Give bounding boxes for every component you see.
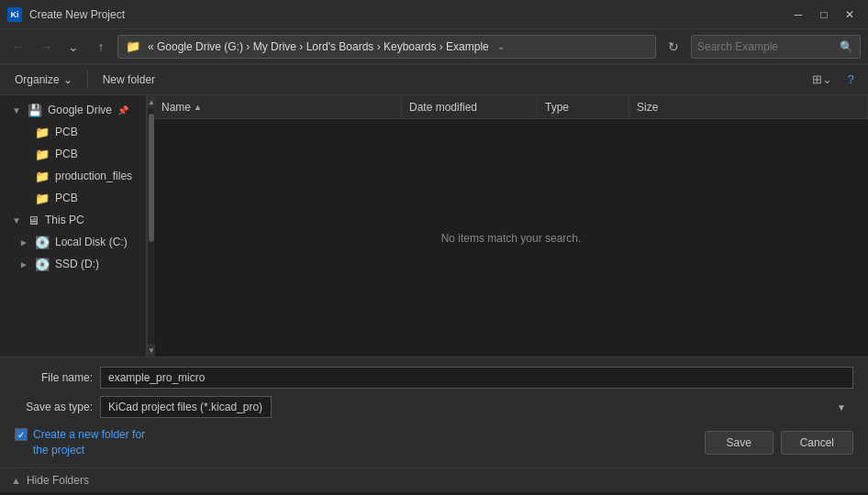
ssd-icon: 💽 bbox=[35, 258, 50, 271]
sidebar-scrollbar[interactable]: ▲ ▼ bbox=[147, 95, 154, 357]
view-dropdown-icon: ⌄ bbox=[822, 72, 832, 86]
dropdown-button[interactable]: ⌄ bbox=[62, 36, 84, 58]
scrollbar-thumb[interactable] bbox=[149, 114, 154, 242]
expand-icon: ▼ bbox=[11, 215, 22, 226]
file-list-header: Name ▲ Date modified Type Size bbox=[154, 95, 868, 119]
sidebar-item-label: PCB bbox=[55, 192, 78, 204]
title-bar-left: Ki Create New Project bbox=[7, 7, 125, 22]
col-type-label: Type bbox=[545, 101, 569, 114]
col-name-label: Name bbox=[161, 101, 191, 114]
minimize-button[interactable]: ─ bbox=[787, 6, 809, 24]
view-mode-button[interactable]: ⊞ ⌄ bbox=[807, 70, 837, 89]
toolbar-right: ⊞ ⌄ ? bbox=[807, 70, 861, 90]
sidebar-item-google-drive[interactable]: ▼ 💾 Google Drive 📌 bbox=[0, 99, 146, 121]
sidebar-item-pcb-1[interactable]: 📁 PCB bbox=[0, 121, 146, 143]
checkbox-label: Create a new folder forthe project bbox=[33, 427, 145, 458]
folder-icon: 📁 bbox=[35, 148, 50, 161]
window-controls[interactable]: ─ □ ✕ bbox=[787, 6, 861, 24]
search-input[interactable] bbox=[697, 40, 840, 53]
create-folder-checkbox[interactable]: ✓ bbox=[15, 428, 28, 441]
folder-icon: 📁 bbox=[35, 170, 50, 183]
savetype-label: Save as type: bbox=[15, 401, 93, 413]
savetype-select[interactable]: KiCad project files (*.kicad_pro) bbox=[100, 396, 272, 418]
sidebar-item-this-pc[interactable]: ▼ 🖥 This PC bbox=[0, 209, 146, 231]
toolbar: Organize ⌄ New folder ⊞ ⌄ ? bbox=[0, 64, 868, 95]
refresh-button[interactable]: ↻ bbox=[662, 35, 685, 59]
select-arrow-icon: ▼ bbox=[837, 402, 846, 412]
app-icon: Ki bbox=[7, 7, 22, 22]
sidebar-item-pcb-3[interactable]: 📁 PCB bbox=[0, 187, 146, 209]
expand-arrow: ► bbox=[18, 259, 29, 270]
title-bar: Ki Create New Project ─ □ ✕ bbox=[0, 0, 868, 29]
action-buttons: Save Cancel bbox=[705, 431, 853, 455]
checkbox-row[interactable]: ✓ Create a new folder forthe project bbox=[15, 427, 145, 458]
savetype-row: Save as type: KiCad project files (*.kic… bbox=[15, 396, 853, 418]
column-type[interactable]: Type bbox=[538, 95, 629, 118]
pc-icon: 🖥 bbox=[28, 214, 39, 227]
up-button[interactable]: ↑ bbox=[90, 36, 112, 58]
sidebar-item-label: This PC bbox=[45, 214, 84, 226]
help-button[interactable]: ? bbox=[840, 70, 861, 90]
breadcrumb-text: « Google Drive (G:) › My Drive › Lord's … bbox=[148, 40, 489, 53]
breadcrumb[interactable]: 📁 « Google Drive (G:) › My Drive › Lord'… bbox=[117, 35, 656, 59]
toolbar-separator bbox=[87, 71, 88, 89]
sidebar-item-pcb-2[interactable]: 📁 PCB bbox=[0, 143, 146, 165]
filename-input[interactable] bbox=[100, 367, 853, 389]
expand-arrow: ► bbox=[18, 237, 29, 248]
empty-message: No items match your search. bbox=[441, 232, 582, 245]
column-date[interactable]: Date modified bbox=[402, 95, 538, 118]
sidebar-item-label: PCB bbox=[55, 148, 78, 160]
sidebar-item-label: Local Disk (C:) bbox=[55, 236, 128, 248]
search-icon: 🔍 bbox=[840, 40, 853, 53]
sidebar-item-label: Google Drive bbox=[48, 104, 112, 116]
back-button[interactable]: ← bbox=[7, 36, 29, 58]
sidebar: ▼ 💾 Google Drive 📌 📁 PCB 📁 PCB 📁 product… bbox=[0, 95, 147, 357]
checkmark-icon: ✓ bbox=[17, 430, 25, 440]
hide-folders-label[interactable]: Hide Folders bbox=[27, 474, 89, 487]
sidebar-item-production-files[interactable]: 📁 production_files bbox=[0, 165, 146, 187]
sidebar-item-label: production_files bbox=[55, 170, 132, 182]
column-name[interactable]: Name ▲ bbox=[154, 95, 402, 118]
new-folder-label: New folder bbox=[103, 73, 155, 86]
maximize-button[interactable]: □ bbox=[813, 6, 835, 24]
expand-icon: ▼ bbox=[11, 105, 22, 116]
bottom-section: File name: Save as type: KiCad project f… bbox=[0, 357, 868, 468]
filename-label: File name: bbox=[15, 371, 93, 384]
disk-icon: 💽 bbox=[35, 236, 50, 249]
sidebar-item-local-disk[interactable]: ► 💽 Local Disk (C:) bbox=[0, 231, 146, 253]
view-icon: ⊞ bbox=[812, 72, 822, 86]
scroll-up-arrow[interactable]: ▲ bbox=[148, 95, 155, 108]
folder-icon: 📁 bbox=[35, 126, 50, 139]
save-button[interactable]: Save bbox=[705, 431, 773, 455]
hide-folders-row[interactable]: ▲ Hide Folders bbox=[0, 468, 868, 492]
main-content: ▼ 💾 Google Drive 📌 📁 PCB 📁 PCB 📁 product… bbox=[0, 95, 868, 357]
new-folder-button[interactable]: New folder bbox=[95, 71, 162, 89]
hide-folders-icon: ▲ bbox=[11, 475, 21, 486]
cancel-button[interactable]: Cancel bbox=[781, 431, 853, 455]
breadcrumb-folder-icon: 📁 bbox=[126, 39, 140, 53]
breadcrumb-dropdown-button[interactable]: ⌄ bbox=[493, 37, 509, 57]
file-list: Name ▲ Date modified Type Size No items … bbox=[154, 95, 868, 357]
sidebar-item-label: PCB bbox=[55, 126, 78, 138]
sort-arrow: ▲ bbox=[194, 103, 202, 112]
filename-row: File name: bbox=[15, 367, 853, 389]
sidebar-item-label: SSD (D:) bbox=[55, 258, 99, 270]
sidebar-item-ssd-d[interactable]: ► 💽 SSD (D:) bbox=[0, 253, 146, 275]
drive-icon: 💾 bbox=[28, 104, 42, 117]
organize-button[interactable]: Organize ⌄ bbox=[7, 71, 80, 89]
folder-icon: 📁 bbox=[35, 192, 50, 205]
forward-button[interactable]: → bbox=[35, 36, 57, 58]
window-title: Create New Project bbox=[29, 8, 125, 21]
search-box[interactable]: 🔍 bbox=[691, 35, 861, 59]
close-button[interactable]: ✕ bbox=[839, 6, 861, 24]
col-date-label: Date modified bbox=[409, 101, 477, 114]
column-size[interactable]: Size bbox=[629, 95, 868, 118]
address-bar: ← → ⌄ ↑ 📁 « Google Drive (G:) › My Drive… bbox=[0, 29, 868, 64]
scroll-down-arrow[interactable]: ▼ bbox=[148, 344, 155, 357]
pin-icon: 📌 bbox=[117, 105, 128, 116]
action-row: ✓ Create a new folder forthe project Sav… bbox=[15, 427, 853, 458]
savetype-wrapper: KiCad project files (*.kicad_pro) ▼ bbox=[100, 396, 853, 418]
file-list-content: No items match your search. bbox=[154, 119, 868, 357]
col-size-label: Size bbox=[637, 101, 658, 114]
